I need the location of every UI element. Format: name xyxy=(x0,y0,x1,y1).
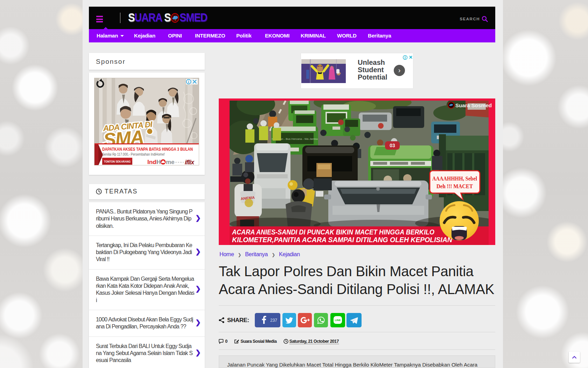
svg-text:TONTON SEKARANG: TONTON SEKARANG xyxy=(104,159,131,163)
svg-text:Senilai Rp 117.000,- Persembah: Senilai Rp 117.000,- Persembahan IndiHom… xyxy=(102,152,165,156)
svg-text:LINE: LINE xyxy=(335,319,341,322)
svg-text:iflix: iflix xyxy=(185,159,195,165)
svg-text:AAAAHHHH, Sebel: AAAAHHHH, Sebel xyxy=(432,175,477,182)
svg-text:ACARA ANIES-SANDI DI PUNCAK BI: ACARA ANIES-SANDI DI PUNCAK BIKIN MACET … xyxy=(232,228,434,236)
svg-text:Suara Sosmed: Suara Sosmed xyxy=(455,102,492,108)
svg-text:H: H xyxy=(156,159,161,165)
svg-text:KILOMETER,PANITIA ACARA SAMPAI: KILOMETER,PANITIA ACARA SAMPAI DITILANG … xyxy=(232,236,453,244)
svg-text:me: me xyxy=(166,159,175,165)
svg-text:DAPATKAN AKSES TANPA BATAS HIN: DAPATKAN AKSES TANPA BATAS HINGGA 3 BULA… xyxy=(102,146,193,152)
svg-text:237: 237 xyxy=(270,318,277,323)
svg-text:Deh !!! MACET: Deh !!! MACET xyxy=(436,183,473,190)
